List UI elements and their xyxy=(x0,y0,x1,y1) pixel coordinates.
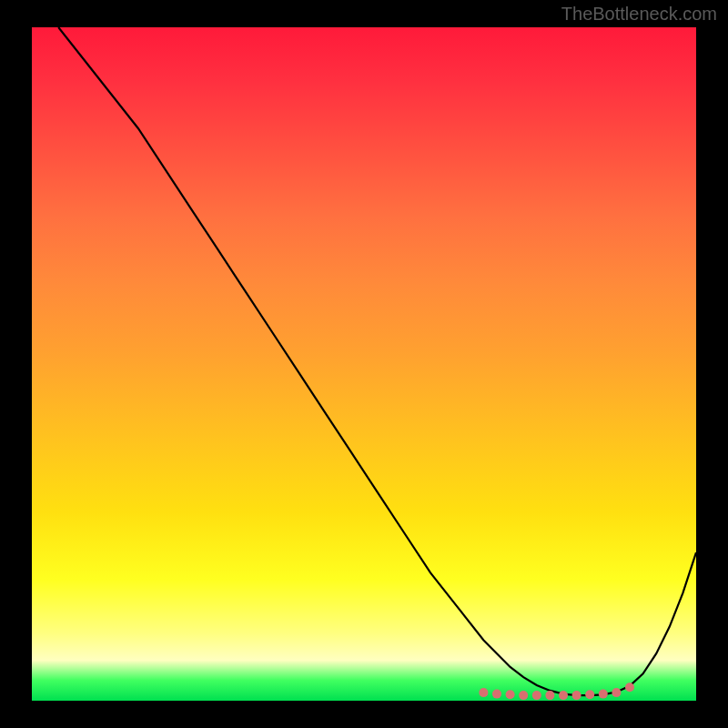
bottom-dot xyxy=(506,690,515,699)
bottom-dot xyxy=(545,691,554,700)
main-curve xyxy=(58,27,696,695)
bottom-dot xyxy=(585,690,594,699)
bottom-dot xyxy=(492,690,501,699)
bottom-dot xyxy=(612,688,621,697)
bottom-dot xyxy=(519,691,528,700)
bottom-dot xyxy=(572,691,581,700)
chart-svg xyxy=(32,27,696,701)
watermark-text: TheBottleneck.com xyxy=(561,4,717,25)
plot-area xyxy=(32,27,696,701)
bottom-dot xyxy=(599,690,608,699)
bottom-dot xyxy=(625,682,634,692)
bottom-dot xyxy=(532,691,541,700)
bottom-dot xyxy=(559,691,568,700)
bottom-dot xyxy=(479,688,488,697)
